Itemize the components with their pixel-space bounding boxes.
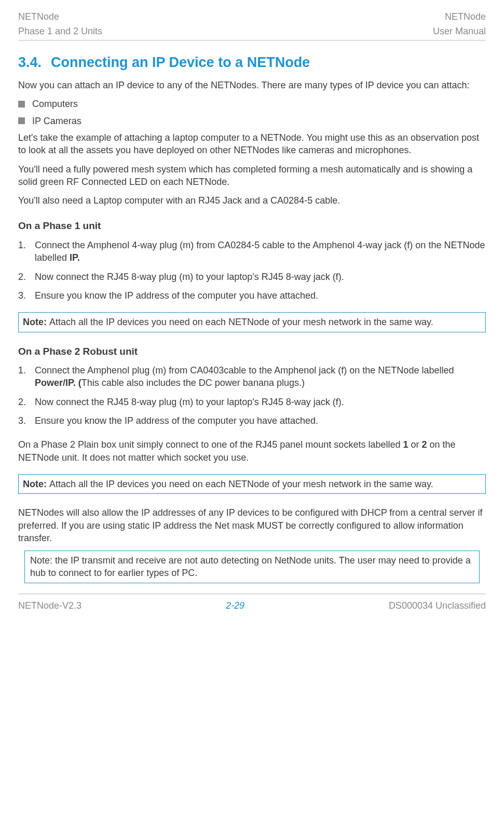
bullet-item-2: IP Cameras (18, 115, 486, 127)
bullet-item-1: Computers (18, 98, 486, 110)
phase1-steps: Connect the Amphenol 4-way plug (m) from… (18, 239, 486, 302)
note3-text: Note: the IP transmit and receive are no… (30, 555, 471, 578)
phase1-step-3: Ensure you know the IP address of the co… (18, 289, 486, 302)
bullet-text-1: Computers (32, 98, 78, 110)
intro-paragraph: Now you can attach an IP device to any o… (18, 79, 486, 91)
p5-text-a: On a Phase 2 Plain box unit simply conne… (18, 439, 403, 450)
header-right-top: NETNode (445, 10, 486, 23)
p5-bold-1: 1 (403, 439, 408, 450)
section-title: Connecting an IP Device to a NETNode (51, 55, 310, 70)
footer-right: DS000034 Unclassified (389, 599, 486, 612)
header-row-1: NETNode NETNode (18, 10, 486, 23)
phase1-heading: On a Phase 1 unit (18, 219, 486, 233)
phase2-steps: Connect the Amphenol plug (m) from CA040… (18, 364, 486, 427)
header-row-2: Phase 1 and 2 Units User Manual (18, 25, 486, 37)
requirement-paragraph-2: You'll also need a Laptop computer with … (18, 194, 486, 207)
footer-row: NETNode-V2.3 2-29 DS000034 Unclassified (18, 599, 486, 612)
note-box-3: Note: the IP transmit and receive are no… (24, 551, 480, 583)
requirement-paragraph-1: You'll need a fully powered mesh system … (18, 163, 486, 189)
phase1-step-2: Now connect the RJ45 8-way plug (m) to y… (18, 271, 486, 283)
phase2-step-1: Connect the Amphenol plug (m) from CA040… (18, 364, 486, 390)
note1-text: Attach all the IP devices you need on ea… (49, 317, 433, 327)
section-number: 3.4. (18, 55, 42, 70)
footer-center: 2-29 (226, 599, 244, 612)
phase2-step1-text-b: This cable also includes the DC power ba… (81, 378, 305, 388)
header-divider (18, 40, 486, 41)
phase2-step1-bold: Power/IP. ( (35, 378, 81, 388)
dhcp-paragraph: NETNodes will also allow the IP addresse… (18, 506, 486, 544)
phase2-heading: On a Phase 2 Robust unit (18, 345, 486, 358)
section-heading: 3.4.Connecting an IP Device to a NETNode (18, 53, 486, 72)
note-box-1: Note: Attach all the IP devices you need… (18, 312, 486, 332)
note2-label: Note: (23, 479, 49, 489)
example-paragraph: Let's take the example of attaching a la… (18, 131, 486, 157)
bullet-square-icon (18, 117, 25, 124)
p5-bold-2: 2 (421, 439, 427, 450)
phase2-step-2: Now connect the RJ45 8-way plug (m) to y… (18, 396, 486, 408)
phase1-step1-text-a: Connect the Amphenol 4-way plug (m) from… (35, 240, 485, 263)
note2-text: Attach all the IP devices you need on ea… (49, 479, 433, 489)
note-box-2: Note: Attach all the IP devices you need… (18, 474, 486, 494)
phase2-step-3: Ensure you know the IP address of the co… (18, 414, 486, 427)
p5-text-b: or (408, 439, 421, 450)
phase1-step-1: Connect the Amphenol 4-way plug (m) from… (18, 239, 486, 264)
phase1-step1-bold: IP. (70, 252, 80, 263)
bullet-text-2: IP Cameras (32, 115, 81, 127)
note1-label: Note: (23, 317, 49, 327)
phase2-plain-paragraph: On a Phase 2 Plain box unit simply conne… (18, 438, 486, 464)
phase2-step1-text-a: Connect the Amphenol plug (m) from CA040… (35, 365, 454, 376)
header-left-top: NETNode (18, 10, 59, 23)
header-left-bottom: Phase 1 and 2 Units (18, 25, 102, 37)
footer-left: NETNode-V2.3 (18, 599, 81, 612)
bullet-square-icon (18, 101, 25, 108)
footer-divider: NETNode-V2.3 2-29 DS000034 Unclassified (18, 594, 486, 612)
header-right-bottom: User Manual (433, 25, 486, 37)
